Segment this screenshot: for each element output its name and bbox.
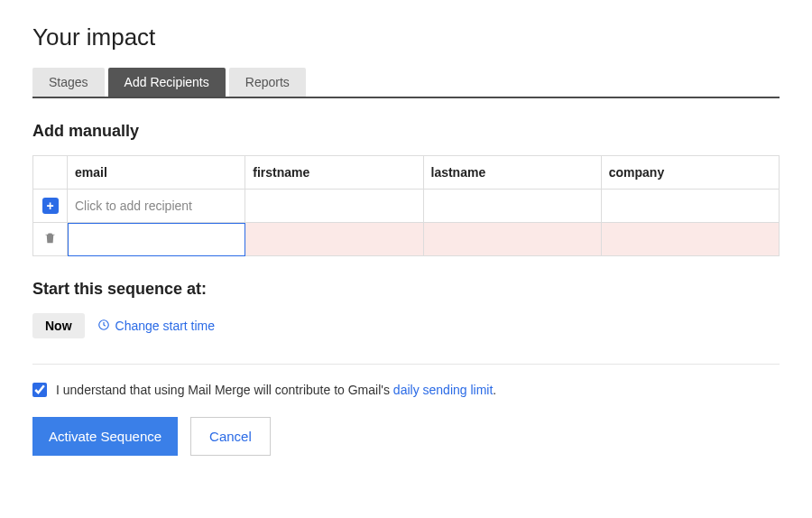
column-header-icon <box>33 156 68 190</box>
lastname-cell[interactable] <box>423 223 601 256</box>
trash-icon <box>43 234 57 248</box>
add-manually-heading: Add manually <box>32 122 780 141</box>
add-row-lastname[interactable] <box>423 190 601 223</box>
daily-sending-limit-link[interactable]: daily sending limit <box>393 383 494 397</box>
table-add-row[interactable]: + Click to add recipient <box>33 190 780 223</box>
column-header-firstname: firstname <box>245 156 423 190</box>
recipients-table: email firstname lastname company + Click… <box>32 155 780 256</box>
action-buttons: Activate Sequence Cancel <box>32 417 780 456</box>
change-start-time-label: Change start time <box>115 319 216 333</box>
consent-row: I understand that using Mail Merge will … <box>32 383 780 397</box>
company-cell[interactable] <box>601 223 779 256</box>
add-row-firstname[interactable] <box>245 190 423 223</box>
consent-label: I understand that using Mail Merge will … <box>56 383 496 397</box>
add-recipient-placeholder[interactable]: Click to add recipient <box>68 190 245 223</box>
tab-stages[interactable]: Stages <box>32 68 105 97</box>
tab-reports[interactable]: Reports <box>229 68 306 97</box>
start-sequence-heading: Start this sequence at: <box>32 280 780 299</box>
email-cell[interactable] <box>68 223 245 256</box>
change-start-time-link[interactable]: Change start time <box>97 319 216 334</box>
column-header-company: company <box>601 156 779 190</box>
add-recipient-button[interactable]: + <box>33 190 68 223</box>
consent-prefix: I understand that using Mail Merge will … <box>56 383 393 397</box>
firstname-cell[interactable] <box>245 223 423 256</box>
start-sequence-row: Now Change start time <box>32 313 780 338</box>
table-row <box>33 223 780 256</box>
column-header-email: email <box>68 156 245 190</box>
start-now-chip[interactable]: Now <box>32 313 85 338</box>
delete-row-button[interactable] <box>33 223 68 256</box>
activate-sequence-button[interactable]: Activate Sequence <box>32 417 178 456</box>
page-title: Your impact <box>32 23 780 51</box>
divider <box>32 364 780 365</box>
consent-checkbox[interactable] <box>32 383 47 397</box>
tab-add-recipients[interactable]: Add Recipients <box>108 68 226 97</box>
clock-icon <box>97 319 110 334</box>
email-input[interactable] <box>68 223 245 255</box>
add-row-company[interactable] <box>601 190 779 223</box>
consent-suffix: . <box>493 383 496 397</box>
tabs: Stages Add Recipients Reports <box>32 68 780 98</box>
column-header-lastname: lastname <box>423 156 601 190</box>
cancel-button[interactable]: Cancel <box>190 417 271 456</box>
plus-icon: + <box>42 198 59 214</box>
